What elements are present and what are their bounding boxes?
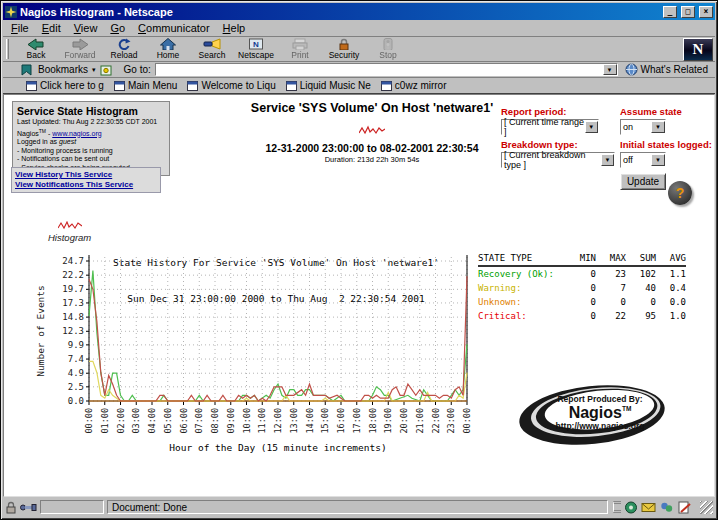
page-icon (26, 81, 37, 91)
goto-field: ▼ (155, 63, 618, 76)
security-lock-icon[interactable] (5, 501, 17, 514)
toolbar-grip[interactable] (6, 39, 9, 59)
page-icon (286, 81, 297, 91)
menu-file[interactable]: File (11, 22, 29, 34)
mailbox-icon[interactable] (641, 501, 657, 514)
reload-button[interactable]: Reload (102, 38, 146, 60)
stop-button[interactable]: Stop (366, 38, 410, 60)
page-icon (114, 81, 125, 91)
view-history-link[interactable]: View History This Service (15, 170, 112, 179)
menu-edit[interactable]: Edit (42, 22, 61, 34)
x-tick-label: 00:00 (462, 408, 472, 434)
red-zigzag-icon (58, 221, 82, 230)
netscape-button[interactable]: N Netscape (234, 38, 278, 60)
x-tick-label: 23:00 (446, 408, 456, 434)
assume-retention-select[interactable]: on ▼ (620, 119, 666, 135)
y-tick-label: 2.5 (68, 382, 84, 392)
logo-line1: Report Produced By: (557, 394, 642, 404)
legend-table: STATE TYPE MIN MAX SUM AVG Recovery (Ok)… (478, 253, 686, 323)
y-tick-label: 4.9 (68, 368, 84, 378)
menu-view[interactable]: View (74, 22, 98, 34)
personal-bookmark-3[interactable]: Welcome to Liqu (187, 80, 275, 91)
stop-icon (379, 38, 397, 50)
x-tick-label: 06:00 (179, 408, 189, 434)
home-button[interactable]: Home (146, 38, 190, 60)
netscape-logo[interactable]: N (683, 38, 713, 61)
personal-bookmark-4[interactable]: Liquid Music Ne (286, 80, 371, 91)
personal-bookmark-5[interactable]: c0wz mirror (381, 80, 447, 91)
x-tick-label: 09:00 (226, 408, 236, 434)
y-tick-label: 22.2 (62, 270, 84, 280)
logged-in-line: Logged in as guest (17, 138, 165, 147)
menu-go[interactable]: Go (110, 22, 125, 34)
breakdown-type-select[interactable]: [ Current breakdown type ] ▼ (501, 152, 615, 168)
discussions-icon[interactable] (659, 501, 675, 514)
security-button[interactable]: Security (322, 38, 366, 60)
personal-toolbar: Click here to g Main Menu Welcome to Liq… (3, 78, 715, 94)
y-tick-label: 12.3 (62, 326, 84, 336)
globe-icon (625, 63, 638, 76)
status-line: - Notifications can be sent out (17, 155, 165, 164)
initial-states-select[interactable]: off ▼ (620, 152, 666, 168)
back-button[interactable]: Back (14, 38, 58, 60)
print-button[interactable]: Print (278, 38, 322, 60)
y-tick-label: 19.7 (62, 284, 84, 294)
legend-header-row: STATE TYPE MIN MAX SUM AVG (478, 253, 686, 266)
series-critical (89, 276, 467, 401)
breakdown-type-label: Breakdown type: (501, 139, 578, 150)
report-period-label: Report period: (501, 106, 566, 117)
y-tick-label: 17.3 (62, 298, 84, 308)
last-updated: Last Updated: Thu Aug 2 22:30:55 CDT 200… (17, 118, 165, 127)
component-grip-icon[interactable] (613, 501, 621, 513)
forward-button[interactable]: Forward (58, 38, 102, 60)
x-tick-label: 14:00 (305, 408, 315, 434)
search-button[interactable]: Search (190, 38, 234, 60)
info-title: Service State Histogram (17, 105, 165, 117)
x-tick-label: 10:00 (242, 408, 252, 434)
x-tick-label: 05:00 (163, 408, 173, 434)
close-button[interactable]: × (699, 6, 713, 18)
composer-icon[interactable] (677, 501, 693, 514)
bookmark-icon (20, 64, 34, 76)
status-line: - Monitoring process is running (17, 147, 165, 156)
url-input[interactable] (156, 64, 603, 75)
status-bar: Document: Done (3, 497, 715, 517)
x-tick-label: 21:00 (415, 408, 425, 434)
netscape-app-icon (5, 6, 17, 18)
personal-bookmark-2[interactable]: Main Menu (114, 80, 177, 91)
y-tick-label: 9.9 (68, 340, 84, 350)
print-icon (291, 38, 309, 50)
x-tick-label: 22:00 (431, 408, 441, 434)
back-icon (27, 38, 45, 50)
menu-help[interactable]: Help (223, 22, 246, 34)
browser-window: Nagios Histogram - Netscape _ □ × File E… (0, 0, 718, 520)
question-mark-icon[interactable]: ? (668, 181, 692, 205)
whats-related-button[interactable]: What's Related (622, 63, 712, 76)
bookmarks-caret-icon: ▾ (92, 66, 96, 73)
legend-row: Critical: 0 22 95 1.0 (478, 309, 686, 323)
page-icon (187, 81, 198, 91)
minimize-button[interactable]: _ (663, 6, 677, 18)
service-links-panel: View History This Service View Notificat… (11, 167, 161, 193)
navigation-toolbar: Back Forward Reload Home Search N Netsca… (3, 37, 715, 62)
chart-x-axis-label: Hour of the Day (15 minute increments) (78, 442, 478, 453)
bookmarks-menu[interactable]: Bookmarks (38, 64, 88, 75)
url-dropdown-icon[interactable]: ▼ (603, 64, 617, 75)
x-tick-label: 13:00 (289, 408, 299, 434)
resize-grip[interactable] (700, 501, 713, 514)
menu-communicator[interactable]: Communicator (138, 22, 210, 34)
title-bar: Nagios Histogram - Netscape _ □ × (3, 3, 715, 20)
personal-bookmark-1[interactable]: Click here to g (26, 80, 104, 91)
report-period-select[interactable]: [ Current time range ] ▼ (501, 119, 599, 135)
online-plug-icon[interactable] (20, 503, 37, 512)
page-proxy-icon[interactable] (100, 64, 112, 76)
x-tick-label: 16:00 (336, 408, 346, 434)
x-tick-label: 20:00 (399, 408, 409, 434)
navigator-icon[interactable] (623, 501, 639, 514)
update-button[interactable]: Update (620, 173, 666, 190)
svg-text:N: N (253, 40, 259, 49)
window-title: Nagios Histogram - Netscape (20, 6, 659, 18)
maximize-button[interactable]: □ (681, 6, 695, 18)
nagios-org-link[interactable]: www.nagios.org (52, 130, 101, 137)
view-notifications-link[interactable]: View Notifications This Service (15, 180, 133, 189)
